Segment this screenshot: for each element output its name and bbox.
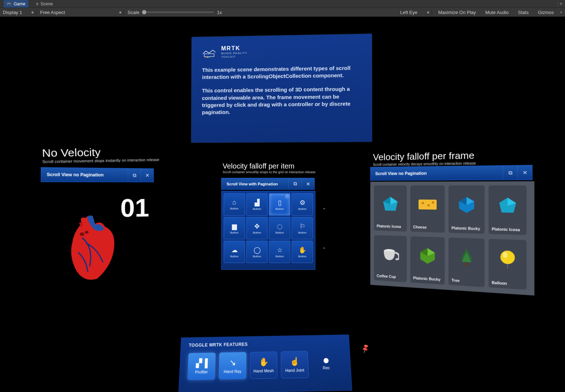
tab-scene[interactable]: # Scene <box>33 0 56 8</box>
chart-icon: ▟ <box>255 199 260 207</box>
handmesh-icon: ✋ <box>259 357 268 367</box>
model-card[interactable]: Balloon <box>489 239 527 290</box>
scroll-down-icon[interactable]: ˅ <box>323 247 325 253</box>
camera-icon: ⌂ <box>232 199 236 206</box>
grid-button[interactable]: ☁Button <box>224 241 245 263</box>
game-tab-icon: 🎮 <box>6 1 12 6</box>
model-card[interactable]: Cheese <box>410 185 445 233</box>
window-title: Scroll View no Pagination <box>370 170 503 176</box>
toggle-features-panel: TOGGLE MRTK FEATURES ▞▐Profiler ↘Hand Ra… <box>178 335 352 392</box>
gizmos-button[interactable]: Gizmos <box>535 10 557 15</box>
gizmos-caret-icon[interactable]: ▾ <box>560 10 562 14</box>
window-detach-icon[interactable]: ⧉ <box>503 166 517 180</box>
scroll-up-icon[interactable]: ˄ <box>323 207 325 213</box>
flag-icon: ⚐ <box>300 222 305 230</box>
grid-button[interactable]: ◌Button <box>269 217 290 239</box>
card-label: Tree <box>448 276 485 287</box>
scale-label: Scale <box>128 10 140 15</box>
circle-icon: ◯ <box>254 246 261 254</box>
description-p2: This control enables the scrolling of 3D… <box>202 86 361 116</box>
logo-title: MRTK <box>221 45 247 52</box>
caret-icon: ◆ <box>427 10 429 14</box>
caret-icon: ◆ <box>119 10 122 14</box>
grid-button[interactable]: ⚙Button <box>292 193 313 216</box>
display-dropdown[interactable]: Display 1 ◆ <box>3 10 36 15</box>
section-title: Velocity falloff per item <box>223 162 315 170</box>
tab-game-label: Game <box>14 1 26 6</box>
grid-button[interactable]: ✋Button <box>292 241 313 263</box>
eye-dropdown[interactable]: Left Eye ◆ <box>400 10 432 15</box>
section-title: No Velocity <box>42 146 159 160</box>
profiler-icon: ▞▐ <box>196 358 208 368</box>
card-label: Platonic Bucky <box>410 274 445 285</box>
model-card-panel[interactable]: Platonic Icosa Cheese Platonic Bucky Pla… <box>370 181 534 295</box>
window-close-icon[interactable]: ✕ <box>517 165 532 180</box>
car-icon: ▆ <box>232 222 237 230</box>
cloud-icon: ☁ <box>231 246 238 254</box>
svg-point-1 <box>205 57 206 58</box>
target-icon: ◌ <box>277 222 283 230</box>
card-label: Platonic Icosa <box>374 222 407 232</box>
mrtk-logo-icon <box>202 47 216 58</box>
grid-button[interactable]: ✥Button <box>246 217 268 239</box>
grid-button[interactable]: ⌂Button <box>224 193 245 216</box>
window-detach-icon[interactable]: ⧉ <box>128 169 141 182</box>
device-icon: ▯ <box>278 199 282 207</box>
grid-button[interactable]: ☆Button <box>269 241 290 263</box>
stats-button[interactable]: Stats <box>515 10 532 15</box>
model-card[interactable]: Tree <box>448 237 485 287</box>
grid-button-highlighted[interactable]: ✕▯Button <box>269 193 290 216</box>
eye-value: Left Eye <box>400 10 418 15</box>
game-toolbar: Display 1 ◆ Free Aspect ◆ Scale 1x Left … <box>0 8 565 17</box>
window-bar-center[interactable]: Scroll View with Pagination ⧉ ✕ <box>221 178 315 190</box>
window-title: Scroll View with Pagination <box>222 182 288 186</box>
card-label: Platonic Bucky <box>448 224 485 234</box>
badge-icon: ✕ <box>285 195 289 198</box>
button-grid-panel[interactable]: ⌂Button ▟Button ✕▯Button ⚙Button ▆Button… <box>221 191 315 270</box>
rec-indicator[interactable]: Rec <box>322 358 330 370</box>
model-card[interactable]: Platonic Icosa <box>374 185 407 232</box>
game-viewport[interactable]: MRTK MIXED REALITY TOOLKIT This example … <box>0 17 565 392</box>
toggle-handray-button[interactable]: ↘Hand Ray <box>219 352 246 380</box>
card-label: Balloon <box>489 278 527 290</box>
display-value: Display 1 <box>3 10 22 15</box>
model-card[interactable]: Platonic Icosa <box>489 185 527 235</box>
mute-audio-button[interactable]: Mute Audio <box>482 10 511 15</box>
model-card[interactable]: Platonic Bucky <box>448 185 485 234</box>
card-label: Coffee Cup <box>374 272 407 282</box>
grid-button[interactable]: ▟Button <box>246 193 268 216</box>
maximize-on-play-button[interactable]: Maximize On Play <box>436 10 479 15</box>
scale-slider[interactable] <box>142 11 214 13</box>
window-bar-right[interactable]: Scroll View no Pagination ⧉ ✕ <box>370 165 532 181</box>
heart-model[interactable] <box>59 212 127 287</box>
svg-point-25 <box>500 250 515 264</box>
grid-button[interactable]: ▆Button <box>224 217 245 239</box>
model-card[interactable]: Platonic Bucky <box>410 236 445 285</box>
grid-button[interactable]: ◯Button <box>246 241 268 263</box>
svg-rect-24 <box>465 262 468 266</box>
tab-game[interactable]: 🎮 Game <box>4 0 28 8</box>
tab-options-icon[interactable]: ⋮≡ <box>556 0 562 8</box>
pin-icon[interactable]: 📌 <box>360 343 371 354</box>
aspect-dropdown[interactable]: Free Aspect ◆ <box>40 10 124 15</box>
toggle-panel-title: TOGGLE MRTK FEATURES <box>189 340 341 348</box>
caret-icon: ◆ <box>31 10 34 14</box>
window-close-icon[interactable]: ✕ <box>141 169 154 182</box>
model-card[interactable]: Coffee Cup <box>374 235 407 282</box>
counter-number: 01 <box>120 194 149 223</box>
window-close-icon[interactable]: ✕ <box>301 178 314 189</box>
toggle-profiler-button[interactable]: ▞▐Profiler <box>187 352 216 380</box>
window-bar-left[interactable]: Scroll View no Pagination ⧉ ✕ <box>41 167 154 182</box>
window-detach-icon[interactable]: ⧉ <box>288 178 301 189</box>
toggle-handjoint-button[interactable]: ☝Hand Joint <box>281 351 309 379</box>
section-title: Velocity falloff per frame <box>373 150 476 163</box>
scale-value: 1x <box>217 10 222 15</box>
grid-button[interactable]: ⚐Button <box>292 217 313 239</box>
slider-knob[interactable] <box>142 10 146 14</box>
svg-rect-9 <box>418 199 436 209</box>
section-velocity-item: Velocity falloff per item Scroll contain… <box>223 162 315 174</box>
description-p1: This example scene demonstrates differen… <box>202 64 361 81</box>
handray-icon: ↘ <box>229 358 236 368</box>
toggle-handmesh-button[interactable]: ✋Hand Mesh <box>250 351 278 379</box>
window-title: Scroll View no Pagination <box>41 172 128 178</box>
